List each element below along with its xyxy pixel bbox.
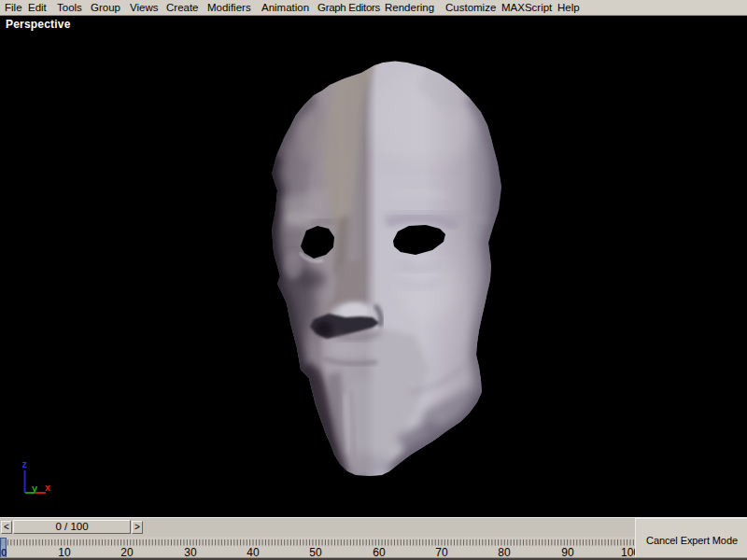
- svg-text:z: z: [22, 458, 28, 469]
- svg-text:x: x: [45, 482, 51, 493]
- svg-text:y: y: [32, 483, 38, 494]
